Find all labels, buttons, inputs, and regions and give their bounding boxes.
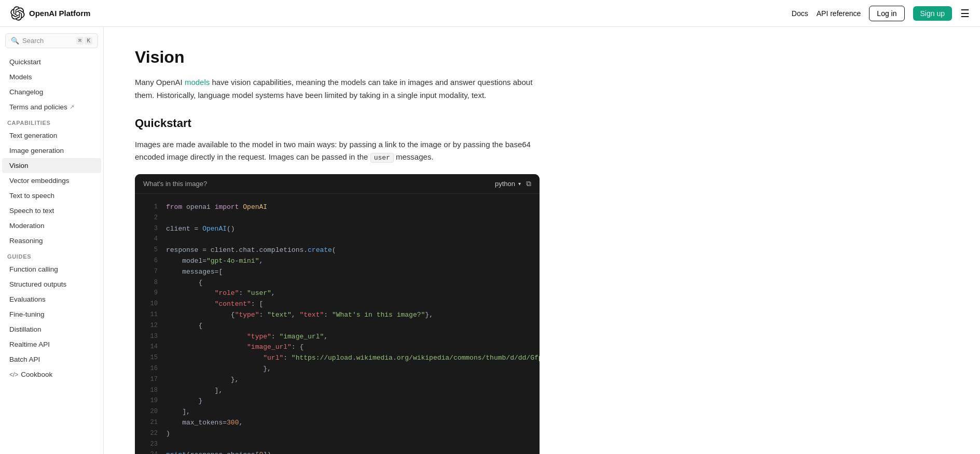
external-link-icon: ↗ bbox=[70, 104, 74, 110]
line-number: 24 bbox=[143, 450, 158, 454]
shortcut-key1: ⌘ bbox=[76, 37, 84, 45]
code-line: 2 bbox=[135, 213, 540, 224]
search-icon: 🔍 bbox=[11, 37, 19, 45]
line-content: ) bbox=[166, 429, 170, 439]
guides-section-label: GUIDES bbox=[0, 248, 103, 262]
line-number: 1 bbox=[143, 202, 158, 213]
code-line: 10 "content": [ bbox=[135, 299, 540, 310]
line-number: 8 bbox=[143, 278, 158, 289]
code-line: 11 {"type": "text", "text": "What's in t… bbox=[135, 310, 540, 321]
line-content bbox=[166, 234, 170, 245]
sidebar-item-changelog[interactable]: Changelog bbox=[2, 84, 101, 100]
sidebar-item-structured-outputs[interactable]: Structured outputs bbox=[2, 277, 101, 292]
sidebar-item-label: Fine-tuning bbox=[9, 310, 45, 318]
line-number: 10 bbox=[143, 299, 158, 310]
main-content: Vision Many OpenAI models have vision ca… bbox=[104, 27, 571, 454]
sidebar-item-fine-tuning[interactable]: Fine-tuning bbox=[2, 307, 101, 322]
line-number: 23 bbox=[143, 439, 158, 450]
code-line: 17 }, bbox=[135, 375, 540, 386]
sidebar-item-label: Reasoning bbox=[9, 237, 43, 245]
code-area: 1from openai import OpenAI2 3client = Op… bbox=[135, 194, 540, 454]
sidebar-item-label: Structured outputs bbox=[9, 280, 66, 288]
quickstart-text-after: messages. bbox=[396, 152, 434, 161]
code-line: 13 "type": "image_url", bbox=[135, 332, 540, 343]
language-label: python bbox=[495, 180, 515, 188]
line-content: }, bbox=[166, 375, 239, 386]
sidebar-item-label: Batch API bbox=[9, 356, 40, 363]
signup-button[interactable]: Sign up bbox=[913, 6, 952, 21]
code-line: 16 }, bbox=[135, 364, 540, 375]
sidebar-item-function-calling[interactable]: Function calling bbox=[2, 262, 101, 277]
models-link[interactable]: models bbox=[185, 78, 210, 87]
code-line: 14 "image_url": { bbox=[135, 342, 540, 353]
top-navigation: OpenAI Platform Docs API reference Log i… bbox=[0, 0, 980, 27]
code-line: 20 ], bbox=[135, 407, 540, 418]
sidebar-item-realtime-api[interactable]: Realtime API bbox=[2, 337, 101, 352]
sidebar-item-label: Distillation bbox=[9, 325, 42, 333]
sidebar-item-vector-embeddings[interactable]: Vector embeddings bbox=[2, 173, 101, 188]
line-content: model="gpt-4o-mini", bbox=[166, 256, 263, 267]
code-line: 5response = client.chat.completions.crea… bbox=[135, 245, 540, 256]
sidebar-item-label: Image generation bbox=[9, 147, 64, 154]
sidebar-item-quickstart[interactable]: Quickstart bbox=[2, 54, 101, 69]
sidebar-item-reasoning[interactable]: Reasoning bbox=[2, 233, 101, 248]
line-content: { bbox=[166, 321, 202, 332]
sidebar-item-label: Speech to text bbox=[9, 207, 54, 215]
code-line: 18 ], bbox=[135, 386, 540, 396]
line-number: 4 bbox=[143, 234, 158, 245]
line-content: {"type": "text", "text": "What's in this… bbox=[166, 310, 433, 321]
sidebar-item-evaluations[interactable]: Evaluations bbox=[2, 292, 101, 307]
code-line: 8 { bbox=[135, 278, 540, 289]
logo[interactable]: OpenAI Platform bbox=[10, 6, 90, 21]
line-number: 7 bbox=[143, 267, 158, 278]
line-number: 14 bbox=[143, 342, 158, 353]
line-number: 20 bbox=[143, 407, 158, 418]
code-line: 24print(response.choices[0]) bbox=[135, 450, 540, 454]
language-selector[interactable]: python ▾ bbox=[495, 180, 521, 188]
line-content: { bbox=[166, 278, 202, 289]
sidebar-item-terms[interactable]: Terms and policies ↗ bbox=[2, 100, 101, 115]
sidebar-item-text-to-speech[interactable]: Text to speech bbox=[2, 188, 101, 203]
sidebar-item-label: Text generation bbox=[9, 132, 57, 139]
line-number: 22 bbox=[143, 429, 158, 439]
page-title: Vision bbox=[135, 48, 540, 67]
sidebar-item-label: Evaluations bbox=[9, 295, 46, 303]
code-line: 4 bbox=[135, 234, 540, 245]
api-reference-link[interactable]: API reference bbox=[817, 9, 861, 18]
sidebar-item-vision[interactable]: Vision bbox=[2, 158, 101, 173]
login-button[interactable]: Log in bbox=[869, 6, 904, 21]
line-number: 6 bbox=[143, 256, 158, 267]
sidebar-item-models[interactable]: Models bbox=[2, 69, 101, 84]
sidebar-item-label: Function calling bbox=[9, 265, 58, 273]
sidebar-item-label: Vector embeddings bbox=[9, 177, 70, 185]
code-block: What's in this image? python ▾ ⧉ 1from o… bbox=[135, 174, 540, 454]
line-content: "role": "user", bbox=[166, 288, 275, 299]
line-number: 9 bbox=[143, 288, 158, 299]
capabilities-section-label: CAPABILITIES bbox=[0, 115, 103, 128]
line-number: 2 bbox=[143, 213, 158, 224]
line-content bbox=[166, 213, 170, 224]
line-number: 5 bbox=[143, 245, 158, 256]
hamburger-menu-icon[interactable]: ☰ bbox=[960, 7, 970, 20]
code-line: 23 bbox=[135, 439, 540, 450]
sidebar-item-speech-to-text[interactable]: Speech to text bbox=[2, 203, 101, 218]
line-content: ], bbox=[166, 386, 223, 396]
sidebar-item-image-generation[interactable]: Image generation bbox=[2, 143, 101, 158]
search-box[interactable]: 🔍 Search ⌘ K bbox=[5, 33, 98, 48]
sidebar-item-text-generation[interactable]: Text generation bbox=[2, 128, 101, 143]
quickstart-title: Quickstart bbox=[135, 117, 540, 130]
sidebar-item-moderation[interactable]: Moderation bbox=[2, 218, 101, 233]
logo-text: OpenAI Platform bbox=[29, 9, 90, 18]
sidebar-item-label: Terms and policies bbox=[9, 103, 67, 111]
sidebar-item-label: Vision bbox=[9, 162, 29, 169]
copy-button[interactable]: ⧉ bbox=[526, 179, 531, 188]
sidebar-item-label: Models bbox=[9, 73, 32, 81]
docs-link[interactable]: Docs bbox=[792, 9, 808, 18]
code-line: 7 messages=[ bbox=[135, 267, 540, 278]
line-content: client = OpenAI() bbox=[166, 224, 235, 235]
code-line: 22) bbox=[135, 429, 540, 439]
sidebar-item-distillation[interactable]: Distillation bbox=[2, 322, 101, 337]
sidebar-item-cookbook[interactable]: </> Cookbook bbox=[2, 367, 101, 382]
sidebar-item-batch-api[interactable]: Batch API bbox=[2, 352, 101, 367]
code-block-controls: python ▾ ⧉ bbox=[495, 179, 531, 188]
